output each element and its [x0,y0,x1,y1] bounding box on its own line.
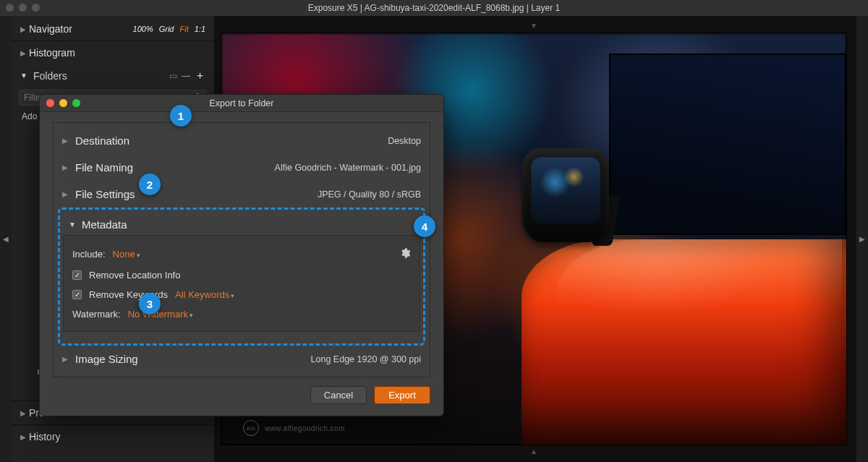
titlebar: Exposure X5 | AG-shibuya-taxi-2020edit-A… [0,0,868,16]
annotation-badge-3: 3 [139,293,161,315]
destination-value: Desktop [388,136,421,146]
panel-histogram[interactable]: ▶ Histogram [12,40,214,64]
minimize-icon[interactable] [19,4,27,12]
close-icon[interactable] [6,4,14,12]
dialog-window-controls[interactable] [46,99,80,107]
export-dialog: Export to Folder ▶ Destination Desktop ▶… [39,94,444,416]
chevron-right-icon: ▶ [20,433,29,441]
chevron-right-icon: ▶ [20,409,29,417]
chevron-up-icon[interactable]: ▼ [530,445,537,456]
watermark-logo-icon: AG [243,420,259,436]
include-dropdown[interactable]: None▾ [113,249,140,260]
chevron-down-icon: ▾ [190,312,193,319]
panel-title: Histogram [29,47,205,59]
watermark-dropdown[interactable]: No Watermark▾ [128,309,193,320]
car-body-shape [522,239,846,445]
minimize-icon[interactable] [59,99,67,107]
mirror-shape [522,148,609,242]
keywords-dropdown[interactable]: All Keywords▾ [175,289,234,300]
maximize-icon[interactable] [72,99,80,107]
dialog-title: Export to Folder [40,95,443,112]
checkbox-checked-icon[interactable]: ✓ [72,270,82,280]
section-image-sizing[interactable]: ▶ Image Sizing Long Edge 1920 @ 300 ppi [56,346,427,372]
chevron-right-icon: ▶ [62,137,71,145]
dialog-titlebar[interactable]: Export to Folder [40,95,443,112]
panel-history[interactable]: ▶ History [12,424,214,448]
section-metadata[interactable]: ▼ Metadata [63,214,420,231]
panel-folders[interactable]: ▼ Folders ▭ — ＋ [12,64,214,87]
watermark-label: Watermark: [72,309,121,320]
chevron-right-icon: ▶ [859,235,865,243]
chevron-right-icon: ▶ [62,163,71,171]
remove-keywords-row[interactable]: ✓ Remove Keywords All Keywords▾ [72,285,411,304]
chevron-right-icon: ▶ [62,190,71,198]
navigator-meta: 100% Grid Fit 1:1 [133,25,205,33]
chevron-right-icon: ▶ [20,49,29,57]
metadata-include-row: Include: None▾ [72,243,411,265]
watermark-row: Watermark: No Watermark▾ [72,304,411,324]
folder-display-icon[interactable]: ▭ [169,71,177,81]
chevron-right-icon: ▶ [20,25,29,33]
gear-icon[interactable] [399,247,411,261]
window-title: Exposure X5 | AG-shibuya-taxi-2020edit-A… [308,3,560,13]
car-window-shape [609,54,846,234]
metadata-highlight-box: ▼ Metadata Include: None▾ [58,208,425,346]
chevron-down-icon: ▼ [69,221,77,228]
zoom-value[interactable]: 100% [133,25,153,33]
annotation-badge-4: 4 [414,215,435,237]
folder-root-label: Ado [22,111,37,121]
image-sizing-value: Long Edge 1920 @ 300 ppi [311,354,421,364]
file-naming-value: Alfie Goodrich - Watermark - 001.jpg [275,163,421,173]
photo-watermark: AG www.alfiegoodrich.com [243,420,345,436]
chevron-down-icon: ▼ [20,72,29,80]
file-settings-value: JPEG / Quality 80 / sRGB [318,189,421,200]
panel-title: Folders [33,70,165,82]
annotation-badge-2: 2 [139,174,161,195]
maximize-icon[interactable] [32,4,40,12]
chevron-down-icon: ▾ [231,292,234,299]
metadata-body: Include: None▾ ✓ Remove Location Info [63,235,420,332]
panel-title: Navigator [29,23,133,35]
dialog-body: ▶ Destination Desktop ▶ File Naming Alfi… [40,112,443,416]
one-to-one-toggle[interactable]: 1:1 [195,25,205,33]
include-label: Include: [72,249,106,260]
remove-location-row[interactable]: ✓ Remove Location Info [72,265,411,285]
annotation-badge-1: 1 [170,105,192,127]
chevron-right-icon: ▶ [62,355,71,363]
right-rail[interactable]: ▶ [856,16,868,462]
window-controls[interactable] [6,4,40,12]
grid-toggle[interactable]: Grid [159,25,174,33]
panel-navigator[interactable]: ▶ Navigator 100% Grid Fit 1:1 [12,16,214,40]
section-file-settings[interactable]: ▶ File Settings JPEG / Quality 80 / sRGB [56,181,427,208]
add-folder-icon[interactable]: ＋ [195,69,205,82]
close-icon[interactable] [46,99,54,107]
section-file-naming[interactable]: ▶ File Naming Alfie Goodrich - Watermark… [56,154,427,181]
section-destination[interactable]: ▶ Destination Desktop [56,127,427,154]
dialog-buttons: Cancel Export [53,377,430,404]
chevron-left-icon: ◀ [3,235,9,243]
chevron-down-icon: ▾ [137,252,140,259]
cancel-button[interactable]: Cancel [310,386,367,404]
checkbox-checked-icon[interactable]: ✓ [72,290,82,299]
app-window: Exposure X5 | AG-shibuya-taxi-2020edit-A… [0,0,868,462]
left-rail[interactable]: ◀ [0,16,12,462]
fit-toggle[interactable]: Fit [179,25,188,33]
export-button[interactable]: Export [374,386,430,404]
remove-folder-icon[interactable]: — [182,71,190,81]
panel-title: History [29,431,205,442]
dialog-frame: ▶ Destination Desktop ▶ File Naming Alfi… [53,122,430,377]
chevron-down-icon[interactable]: ▼ [530,22,537,33]
